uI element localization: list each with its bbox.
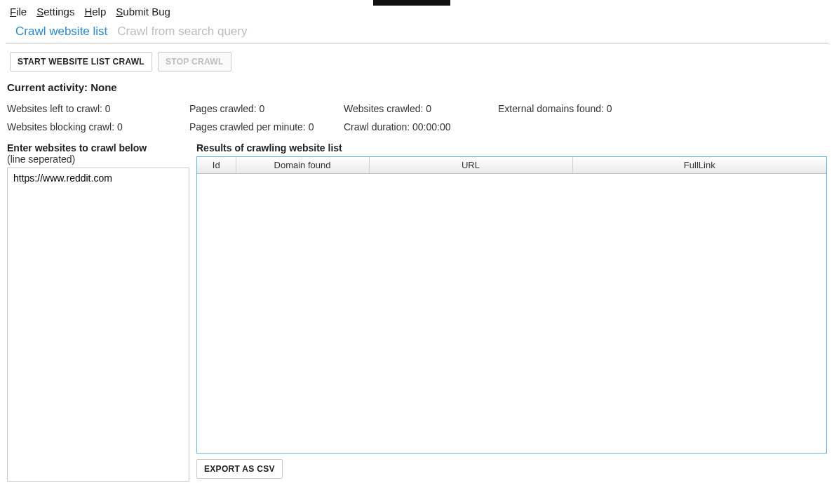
toolbar: START WEBSITE LIST CRAWL STOP CRAWL [0,43,834,77]
menu-file[interactable]: File [10,6,27,18]
websites-input[interactable] [7,168,189,482]
results-pane: Results of crawling website list Id Doma… [196,142,827,484]
menu-help[interactable]: Help [84,6,106,18]
stat-external-domains: External domains found: 0 [498,103,708,114]
col-id[interactable]: Id [197,157,236,174]
start-crawl-button[interactable]: START WEBSITE LIST CRAWL [10,52,152,71]
stat-pages-per-minute: Pages crawled per minute: 0 [189,121,344,132]
menu-settings[interactable]: Settings [36,6,74,18]
input-sublabel: (line seperated) [7,154,189,165]
current-activity-label: Current activity: None [0,77,834,96]
stat-websites-left: Websites left to crawl: 0 [7,103,189,114]
results-table: Id Domain found URL FullLink [197,157,826,174]
titlebar-fragment [373,0,450,6]
tab-crawl-website-list[interactable]: Crawl website list [15,25,107,39]
stats-grid: Websites left to crawl: 0 Pages crawled:… [0,96,834,135]
stat-websites-blocking: Websites blocking crawl: 0 [7,121,189,132]
stop-crawl-button: STOP CRAWL [158,52,231,71]
tabbar: Crawl website list Crawl from search que… [6,22,828,43]
tab-crawl-from-search[interactable]: Crawl from search query [117,25,247,39]
stat-pages-crawled: Pages crawled: 0 [189,103,344,114]
stat-websites-crawled: Websites crawled: 0 [344,103,498,114]
current-activity-value: None [90,81,117,93]
stat-crawl-duration: Crawl duration: 00:00:00 [344,121,498,132]
input-pane: Enter websites to crawl below (line sepe… [7,142,189,484]
col-fulllink[interactable]: FullLink [572,157,826,174]
col-domain-found[interactable]: Domain found [236,157,369,174]
results-table-container: Id Domain found URL FullLink [196,156,827,454]
col-url[interactable]: URL [369,157,572,174]
results-label: Results of crawling website list [196,142,827,154]
export-csv-button[interactable]: EXPORT AS CSV [196,459,283,479]
input-label: Enter websites to crawl below [7,142,189,154]
menu-submit-bug[interactable]: Submit Bug [116,6,170,18]
